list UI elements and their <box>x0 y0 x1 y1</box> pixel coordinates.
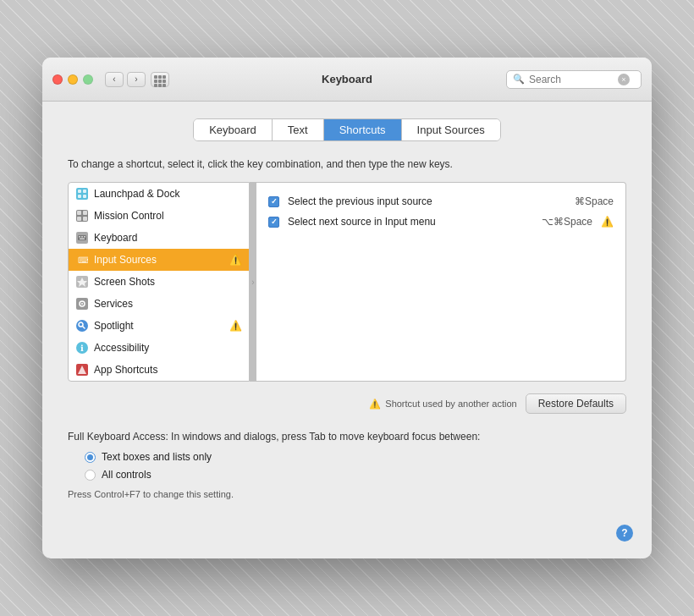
services-label: Services <box>94 298 133 310</box>
spotlight-icon <box>75 319 89 333</box>
category-app-shortcuts[interactable]: App Shortcuts <box>69 359 249 381</box>
svg-rect-2 <box>83 190 86 193</box>
tab-text[interactable]: Text <box>273 119 324 140</box>
forward-button[interactable]: › <box>127 72 146 87</box>
search-box[interactable]: 🔍 × <box>506 70 642 89</box>
footer-warning: ⚠️ Shortcut used by another action <box>369 399 516 410</box>
spotlight-label: Spotlight <box>94 320 134 332</box>
hint-text: Press Control+F7 to change this setting. <box>68 489 626 499</box>
keyboard-cat-label: Keyboard <box>94 232 137 244</box>
footer-bar: ⚠️ Shortcut used by another action Resto… <box>68 393 626 414</box>
keyboard-access-label: Full Keyboard Access: In windows and dia… <box>68 431 626 443</box>
input-sources-cat-label: Input Sources <box>94 254 157 266</box>
svg-rect-0 <box>76 188 88 200</box>
prev-input-key: ⌘Space <box>575 195 614 207</box>
window-body: Keyboard Text Shortcuts Input Sources To… <box>42 102 652 558</box>
help-button[interactable]: ? <box>616 525 633 542</box>
svg-text:ℹ: ℹ <box>80 344 84 353</box>
search-icon: 🔍 <box>513 74 525 85</box>
accessibility-label: Accessibility <box>94 342 149 354</box>
svg-rect-9 <box>83 217 87 221</box>
content-area: Keyboard Text Shortcuts Input Sources To… <box>42 102 652 516</box>
all-controls-radio[interactable] <box>85 470 96 481</box>
traffic-lights <box>52 74 93 85</box>
launchpad-label: Launchpad & Dock <box>94 188 179 200</box>
mission-label: Mission Control <box>94 210 164 222</box>
text-boxes-radio[interactable] <box>85 452 96 463</box>
svg-rect-12 <box>79 236 80 238</box>
category-launchpad[interactable]: Launchpad & Dock <box>69 183 249 205</box>
keyboard-access-section: Full Keyboard Access: In windows and dia… <box>68 431 626 499</box>
radio-group: Text boxes and lists only All controls <box>85 451 626 481</box>
main-panel: Launchpad & Dock Mission <box>68 182 626 382</box>
input-sources-warning: ⚠️ <box>229 254 242 266</box>
svg-point-22 <box>81 303 83 305</box>
category-services[interactable]: Services <box>69 293 249 315</box>
next-input-label: Select next source in Input menu <box>288 216 533 228</box>
category-list: Launchpad & Dock Mission <box>68 182 250 382</box>
shortcuts-panel: Select the previous input source ⌘Space … <box>256 182 626 382</box>
tab-shortcuts[interactable]: Shortcuts <box>324 119 402 140</box>
next-input-warning: ⚠️ <box>601 216 614 228</box>
launchpad-icon <box>75 187 89 201</box>
tab-keyboard[interactable]: Keyboard <box>194 119 273 140</box>
services-icon <box>75 297 89 311</box>
keyboard-icon <box>75 231 89 245</box>
svg-rect-13 <box>81 236 83 238</box>
svg-rect-14 <box>84 236 85 238</box>
category-accessibility[interactable]: ℹ Accessibility <box>69 337 249 359</box>
category-spotlight[interactable]: Spotlight ⚠️ <box>69 315 249 337</box>
svg-rect-3 <box>78 195 81 198</box>
text-boxes-label: Text boxes and lists only <box>102 451 212 463</box>
mission-icon <box>75 209 89 223</box>
category-screenshots[interactable]: Screen Shots <box>69 271 249 293</box>
tabs: Keyboard Text Shortcuts Input Sources <box>68 118 626 141</box>
footer-warning-text: Shortcut used by another action <box>385 399 516 409</box>
radio-all-controls[interactable]: All controls <box>85 469 626 481</box>
svg-rect-11 <box>78 235 86 240</box>
grid-button[interactable] <box>151 72 169 87</box>
svg-rect-6 <box>77 211 81 215</box>
svg-rect-15 <box>80 239 85 240</box>
app-shortcuts-label: App Shortcuts <box>94 364 157 376</box>
svg-rect-1 <box>78 190 81 193</box>
radio-text-boxes[interactable]: Text boxes and lists only <box>85 451 626 463</box>
search-input[interactable] <box>529 74 614 85</box>
nav-buttons: ‹ › <box>105 72 146 87</box>
keyboard-window: ‹ › Keyboard 🔍 × Keyboard Text Shortcuts… <box>42 58 652 558</box>
tab-group: Keyboard Text Shortcuts Input Sources <box>193 118 501 141</box>
svg-rect-7 <box>83 211 87 215</box>
tab-input-sources[interactable]: Input Sources <box>402 119 500 140</box>
prev-input-checkbox[interactable] <box>268 196 279 207</box>
category-keyboard[interactable]: Keyboard <box>69 227 249 249</box>
window-title: Keyboard <box>322 73 372 85</box>
panel-divider <box>250 182 256 382</box>
svg-rect-4 <box>83 195 86 198</box>
description-text: To change a shortcut, select it, click t… <box>68 158 626 170</box>
next-input-key: ⌥⌘Space <box>542 216 592 228</box>
close-button[interactable] <box>52 74 63 85</box>
prev-input-label: Select the previous input source <box>288 195 566 207</box>
restore-defaults-button[interactable]: Restore Defaults <box>526 393 626 414</box>
screenshots-icon <box>75 275 89 289</box>
next-input-checkbox[interactable] <box>268 217 279 228</box>
all-controls-label: All controls <box>102 469 151 481</box>
screenshots-label: Screen Shots <box>94 276 155 288</box>
category-input-sources[interactable]: ⌨ Input Sources ⚠️ <box>69 249 249 271</box>
search-clear-button[interactable]: × <box>618 74 630 85</box>
svg-text:⌨: ⌨ <box>78 256 88 265</box>
category-mission[interactable]: Mission Control <box>69 205 249 227</box>
footer-warning-icon: ⚠️ <box>369 399 381 410</box>
shortcut-row-next: Select next source in Input menu ⌥⌘Space… <box>265 212 617 232</box>
maximize-button[interactable] <box>83 74 93 85</box>
titlebar: ‹ › Keyboard 🔍 × <box>42 58 652 102</box>
accessibility-icon: ℹ <box>75 341 89 355</box>
svg-rect-8 <box>77 217 81 221</box>
input-sources-icon: ⌨ <box>75 253 89 267</box>
back-button[interactable]: ‹ <box>105 72 124 87</box>
spotlight-warning: ⚠️ <box>229 320 242 332</box>
shortcut-row-prev: Select the previous input source ⌘Space <box>265 191 617 212</box>
app-shortcuts-icon <box>75 363 89 377</box>
minimize-button[interactable] <box>68 74 78 85</box>
